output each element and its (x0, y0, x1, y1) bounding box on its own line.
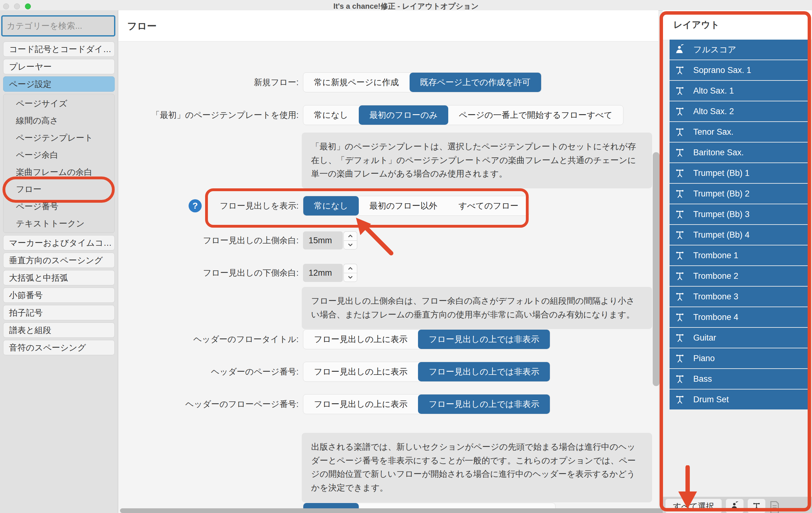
segment-option[interactable]: 最初のフロー以外 (359, 196, 448, 216)
layout-list-item[interactable]: Trombone 2 (670, 266, 808, 286)
layout-list-item[interactable]: Alto Sax. 1 (670, 81, 808, 101)
sidebar-item[interactable]: 譜表と組段 (3, 322, 115, 338)
option-row-header-page-number: ヘッダーのページ番号: フロー見出しの上に表示フロー見出しの上では非表示 (118, 362, 658, 382)
layout-list-item[interactable]: Soprano Sax. 1 (670, 60, 808, 80)
sidebar-item[interactable]: 垂直方向のスペーシング (3, 253, 115, 268)
music-stand-icon (674, 147, 685, 158)
segment-option[interactable]: すべてのフロー (448, 196, 529, 216)
option-label: ヘッダーのフロータイトル: (118, 329, 299, 349)
conductor-icon (674, 44, 685, 55)
select-full-score-layouts-button[interactable] (726, 498, 744, 513)
page-setup-subgroup: ページサイズ線間の高さページテンプレートページ余白楽曲フレームの余白フローページ… (3, 94, 115, 233)
sidebar-item[interactable]: 拍子記号 (3, 305, 115, 320)
sidebar-item[interactable]: マーカーおよびタイムコ… (3, 235, 115, 250)
sidebar-subitem[interactable]: 線間の高さ (3, 112, 114, 129)
stepper-up-button[interactable] (344, 231, 357, 240)
sidebar-item[interactable]: 大括弧と中括弧 (3, 270, 115, 285)
select-part-layouts-button[interactable] (748, 498, 765, 513)
music-stand-icon (674, 65, 685, 76)
segment-option[interactable]: フロー見出しの上では非表示 (418, 395, 550, 414)
music-stand-icon (674, 374, 685, 384)
segment-option[interactable]: フロー見出しの上では非表示 (418, 362, 550, 381)
layout-item-label: フルスコア (693, 44, 736, 55)
segmented-control: フロー見出しの上に表示フロー見出しの上では非表示 (303, 329, 550, 349)
sidebar-item-page-setup[interactable]: ページ設定 (3, 77, 115, 92)
segment-option[interactable]: 最初のフローのみ (359, 106, 448, 125)
layouts-panel-toolbar: すべて選択 (663, 497, 812, 513)
titlebar: It's a chance!修正 - レイアウトオプション (0, 0, 812, 10)
layout-list-item[interactable]: Drum Set (670, 390, 808, 409)
segment-option[interactable]: フロー見出しの上では非表示 (418, 330, 550, 349)
sidebar-subitem[interactable]: ページサイズ (3, 95, 114, 112)
layout-list-item[interactable]: Alto Sax. 2 (670, 102, 808, 121)
option-row-header-flow-title: ヘッダーのフロータイトル: フロー見出しの上に表示フロー見出しの上では非表示 (118, 329, 658, 349)
sidebar-item[interactable]: 音符のスペーシング (3, 340, 115, 355)
layout-list-item[interactable]: Baritone Sax. (670, 143, 808, 163)
chevron-up-icon (348, 234, 353, 238)
layout-list-item[interactable]: Trumpet (Bb) 4 (670, 225, 808, 245)
segmented-control: フロー見出しの上に表示フロー見出しの上では非表示 (303, 362, 550, 382)
layout-item-label: Alto Sax. 2 (693, 107, 734, 116)
layout-item-label: Trumpet (Bb) 4 (693, 230, 750, 240)
layout-list-item[interactable]: Bass (670, 369, 808, 389)
layout-list-item[interactable]: Trumpet (Bb) 3 (670, 204, 808, 224)
option-label: 新規フロー: (118, 73, 299, 92)
layout-list-item[interactable]: フルスコア (670, 39, 808, 60)
sidebar-subitem[interactable]: ページテンプレート (3, 129, 114, 146)
segmented-control: フロー見出しの上に表示フロー見出しの上では非表示 (303, 394, 550, 414)
segment-option[interactable]: 常に新規ページに作成 (303, 73, 410, 92)
layout-list-item[interactable]: Trumpet (Bb) 1 (670, 163, 808, 183)
segment-option[interactable]: 常になし (303, 196, 359, 216)
vertical-scrollbar[interactable] (653, 152, 660, 386)
layout-item-label: Tenor Sax. (693, 127, 733, 137)
segment-option[interactable]: フロー見出しの上に表示 (303, 395, 418, 414)
page-header: フロー (118, 10, 658, 41)
sidebar-item[interactable]: コード記号とコードダイ… (3, 41, 115, 57)
stepper-down-button[interactable] (344, 273, 357, 282)
category-search-input[interactable] (1, 15, 115, 36)
music-stand-icon (674, 250, 685, 261)
music-stand-icon (674, 85, 685, 96)
top-margin-value-field[interactable]: 15mm (303, 231, 343, 250)
layout-list-item[interactable]: Trombone 4 (670, 307, 808, 327)
option-row-first-template: 「最初」のページテンプレートを使用: 常になし最初のフローのみページの一番上で開… (118, 105, 658, 125)
music-stand-icon (674, 209, 685, 220)
music-stand-icon (674, 168, 685, 178)
document-icon (769, 501, 780, 513)
sidebar-subitem[interactable]: ページ余白 (3, 146, 114, 164)
info-box-top-margin: フロー見出しの上側余白は、フロー余白の高さがデフォルトの組段間の間隔より小さい場… (302, 287, 652, 329)
stepper-down-button[interactable] (344, 240, 357, 250)
layout-list-item[interactable]: Trombone 3 (670, 287, 808, 307)
layout-list-item[interactable]: Trombone 1 (670, 246, 808, 265)
sidebar-subitem[interactable]: フロー (3, 180, 114, 198)
layout-list-item[interactable]: Trumpet (Bb) 2 (670, 184, 808, 204)
segmented-control: 常になし最初のフローのみページの一番上で開始するフローすべて (303, 105, 624, 125)
music-stand-icon (674, 394, 685, 405)
sidebar-subitem[interactable]: 楽曲フレームの余白 (3, 164, 114, 180)
select-all-button[interactable]: すべて選択 (665, 498, 722, 513)
layout-item-label: Trombone 1 (693, 251, 738, 260)
option-row-new-flow: 新規フロー: 常に新規ページに作成既存ページ上での作成を許可 (118, 73, 658, 92)
bottom-margin-value-field[interactable]: 12mm (303, 264, 343, 282)
segmented-control: 常になし最初のフロー以外すべてのフロー (303, 196, 530, 216)
layout-item-label: Trombone 2 (693, 271, 738, 281)
sidebar-subitem[interactable]: ページ番号 (3, 198, 114, 215)
info-box-first-template: 「最初」のページテンプレートは、選択したページテンプレートのセットにそれが存在し… (302, 133, 652, 188)
segment-option[interactable]: フロー見出しの上に表示 (303, 330, 418, 349)
segment-option[interactable]: 既存ページ上での作成を許可 (410, 73, 541, 92)
music-stand-icon (674, 312, 685, 322)
layout-item-label: Bass (693, 374, 712, 384)
segment-option[interactable]: ページの一番上で開始するフローすべて (448, 106, 623, 125)
conductor-icon (730, 502, 740, 511)
segment-option[interactable]: フロー見出しの上に表示 (303, 362, 418, 381)
sidebar-subitem[interactable]: テキストトークン (3, 215, 114, 232)
sidebar-item[interactable]: プレーヤー (3, 59, 115, 74)
music-stand-icon (674, 126, 685, 137)
layout-list-item[interactable]: Piano (670, 348, 808, 368)
segment-option[interactable]: 常になし (303, 106, 359, 125)
layouts-panel-title: レイアウト (663, 10, 812, 39)
layout-list-item[interactable]: Guitar (670, 328, 808, 348)
layout-list-item[interactable]: Tenor Sax. (670, 122, 808, 142)
stepper-up-button[interactable] (344, 264, 357, 273)
sidebar-item[interactable]: 小節番号 (3, 287, 115, 303)
